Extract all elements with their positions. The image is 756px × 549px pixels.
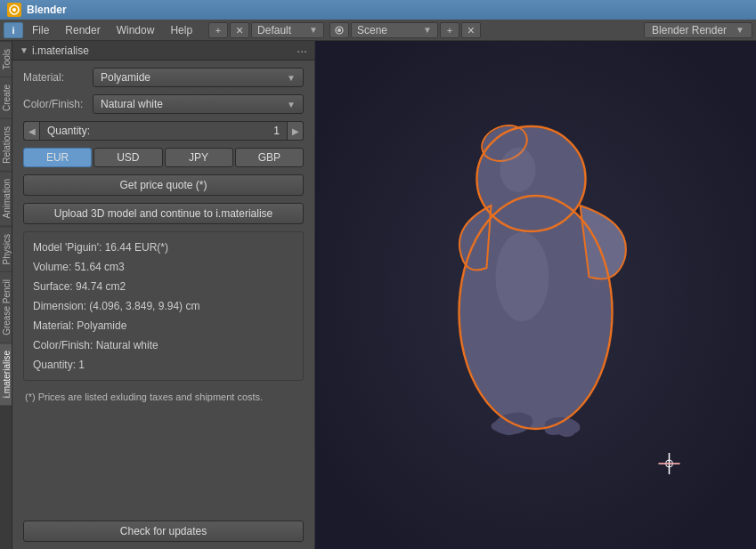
currency-gbp-btn[interactable]: GBP (235, 148, 304, 167)
quantity-row: ◀ Quantity: 1 ▶ (23, 121, 304, 141)
sidebar-item-imaterialise[interactable]: i.materialise (0, 343, 12, 405)
remove-scene-btn[interactable]: × (461, 22, 481, 38)
material-label: Material: (23, 71, 85, 84)
add-scene-btn[interactable]: + (440, 22, 459, 38)
sidebar-item-create[interactable]: Create (0, 77, 12, 118)
info-icon-btn[interactable]: i (4, 22, 23, 38)
workspace-selector[interactable]: Default ▼ (251, 22, 324, 38)
info-panel: Model 'Piguin': 16.44 EUR(*) Volume: 51.… (23, 231, 304, 381)
menu-file[interactable]: File (25, 22, 56, 38)
currency-jpy-btn[interactable]: JPY (165, 148, 233, 167)
svg-point-18 (500, 148, 536, 192)
info-quantity: Quantity: 1 (33, 357, 294, 373)
get-price-quote-btn[interactable]: Get price quote (*) (23, 174, 304, 196)
info-color-finish: Color/Finish: Natural white (33, 337, 294, 353)
svg-point-3 (337, 28, 341, 32)
add-workspace-btn[interactable]: + (208, 22, 228, 38)
viewport[interactable] (315, 41, 756, 549)
panel-menu-icon[interactable]: ··· (297, 44, 307, 58)
plugin-panel: ▼ i.materialise ··· Material: Polyamide … (12, 41, 315, 549)
main-layout: Tools Create Relations Animation Physics… (0, 41, 756, 549)
svg-point-1 (12, 8, 16, 12)
panel-header: ▼ i.materialise ··· (12, 41, 314, 61)
panel-arrow-icon: ▼ (20, 45, 28, 55)
sidebar-item-grease-pencil[interactable]: Grease Pencil (0, 271, 12, 343)
info-model-price: Model 'Piguin': 16.44 EUR(*) (33, 239, 294, 255)
color-finish-label: Color/Finish: (23, 98, 85, 110)
side-tabs-left: Tools Create Relations Animation Physics… (0, 41, 12, 549)
engine-selector[interactable]: Blender Render ▼ (644, 22, 752, 38)
scene-selector[interactable]: Scene ▼ (351, 22, 438, 38)
quantity-label: Quantity: (47, 125, 90, 137)
panel-spacer (23, 413, 304, 513)
app-title: Blender (27, 4, 67, 16)
upload-btn[interactable]: Upload 3D model and continue to i.materi… (23, 203, 304, 224)
currency-row: EUR USD JPY GBP (23, 148, 304, 167)
menu-bar: i File Render Window Help + × Default ▼ … (0, 20, 756, 41)
material-select[interactable]: Polyamide ▼ (93, 68, 304, 87)
color-finish-select-arrow: ▼ (287, 100, 296, 109)
3d-viewport-svg (315, 41, 756, 549)
info-volume: Volume: 51.64 cm3 (33, 259, 294, 275)
sidebar-item-physics[interactable]: Physics (0, 226, 12, 271)
menu-help[interactable]: Help (163, 22, 199, 38)
svg-point-17 (496, 232, 549, 321)
title-bar: Blender (0, 0, 756, 20)
sidebar-item-relations[interactable]: Relations (0, 118, 12, 171)
svg-point-13 (559, 428, 575, 437)
scene-label: Scene (357, 24, 387, 36)
menu-window[interactable]: Window (110, 22, 162, 38)
panel-content: Material: Polyamide ▼ Color/Finish: Natu… (12, 61, 314, 549)
quantity-field[interactable]: Quantity: 1 (39, 121, 288, 141)
menu-render[interactable]: Render (58, 22, 107, 38)
sidebar-item-animation[interactable]: Animation (0, 171, 12, 225)
blender-icon (7, 3, 21, 17)
info-dimension: Dimension: (4.096, 3.849, 9.94) cm (33, 298, 294, 314)
quantity-decrement-btn[interactable]: ◀ (23, 121, 39, 141)
currency-usd-btn[interactable]: USD (93, 148, 162, 167)
quantity-value: 1 (273, 125, 280, 137)
workspace-label: Default (257, 24, 291, 36)
material-row: Material: Polyamide ▼ (23, 68, 304, 87)
remove-workspace-btn[interactable]: × (230, 22, 249, 38)
material-value: Polyamide (101, 71, 150, 84)
sidebar-item-tools[interactable]: Tools (0, 41, 12, 77)
info-surface: Surface: 94.74 cm2 (33, 279, 294, 295)
svg-point-11 (500, 424, 518, 435)
info-material: Material: Polyamide (33, 318, 294, 334)
scene-icon-btn[interactable] (329, 22, 349, 38)
panel-title: i.materialise (32, 44, 293, 57)
price-note: (*) Prices are listed exluding taxes and… (23, 388, 304, 406)
color-finish-select[interactable]: Natural white ▼ (93, 94, 304, 114)
color-finish-value: Natural white (101, 98, 163, 110)
engine-label: Blender Render (652, 24, 727, 36)
material-select-arrow: ▼ (287, 73, 296, 83)
currency-eur-btn[interactable]: EUR (23, 148, 92, 167)
quantity-increment-btn[interactable]: ▶ (288, 121, 304, 141)
check-updates-btn[interactable]: Check for updates (23, 521, 304, 542)
color-finish-row: Color/Finish: Natural white ▼ (23, 94, 304, 114)
